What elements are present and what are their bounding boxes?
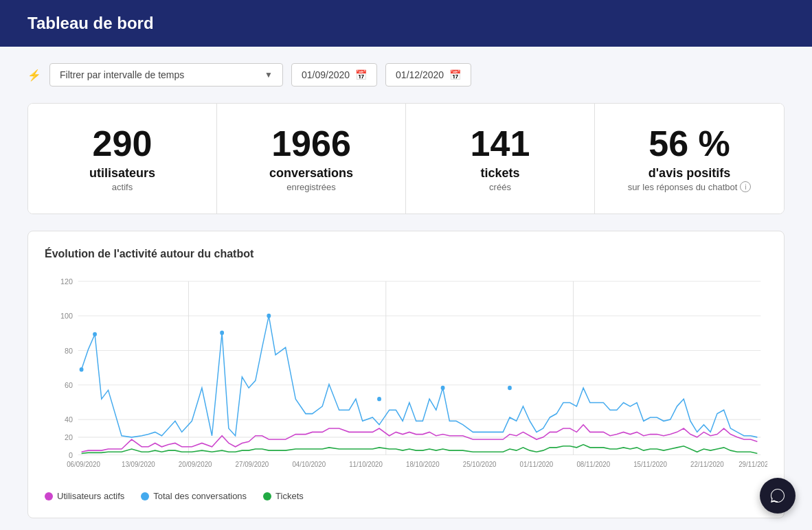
chart-area: 120 100 80 60 40 20 0 (45, 274, 767, 480)
main-content: ⚡ Filtrer par intervalle de temps ▼ 01/0… (0, 47, 812, 530)
legend-dot-tickets (263, 492, 271, 500)
svg-text:01/11/2020: 01/11/2020 (520, 460, 554, 468)
stat-tickets: 141 tickets créés (406, 104, 595, 214)
legend-label-conversations: Total des conversations (153, 491, 247, 501)
svg-text:60: 60 (65, 381, 73, 390)
time-filter-label: Filtrer par intervalle de temps (60, 69, 184, 80)
stat-conversations-number: 1966 (231, 124, 392, 163)
svg-text:25/10/2020: 25/10/2020 (463, 460, 497, 468)
stat-tickets-number: 141 (420, 124, 580, 163)
activity-chart: 120 100 80 60 40 20 0 (45, 274, 767, 480)
svg-text:40: 40 (65, 415, 73, 424)
stat-conversations-label-sub: enregistrées (231, 182, 392, 192)
filter-bar: ⚡ Filtrer par intervalle de temps ▼ 01/0… (27, 63, 785, 87)
svg-text:29/11/2020: 29/11/2020 (738, 460, 767, 468)
stat-conversations: 1966 conversations enregistrées (217, 104, 406, 214)
page-header: Tableau de bord (0, 0, 812, 47)
chart-legend: Utilisateurs actifs Total des conversati… (45, 491, 767, 501)
page-title: Tableau de bord (27, 14, 154, 32)
date-end-value: 01/12/2020 (396, 69, 444, 80)
chevron-down-icon: ▼ (264, 70, 273, 80)
legend-dot-users (45, 492, 53, 500)
svg-text:120: 120 (60, 277, 73, 286)
svg-text:20: 20 (65, 433, 73, 442)
svg-text:08/11/2020: 08/11/2020 (576, 460, 610, 468)
chat-button[interactable] (760, 478, 796, 514)
svg-point-20 (267, 314, 271, 318)
legend-tickets: Tickets (263, 491, 304, 501)
svg-text:27/09/2020: 27/09/2020 (236, 460, 269, 468)
stat-positive-reviews: 56 % d'avis positifs sur les réponses du… (595, 104, 784, 214)
time-filter-dropdown[interactable]: Filtrer par intervalle de temps ▼ (49, 63, 283, 87)
stat-users-label-main: utilisateurs (42, 166, 203, 181)
chart-container: Évolution de l'activité autour du chatbo… (27, 231, 785, 518)
svg-text:06/09/2020: 06/09/2020 (67, 460, 100, 468)
svg-point-21 (377, 397, 381, 401)
stats-grid: 290 utilisateurs actifs 1966 conversatio… (27, 103, 785, 214)
svg-text:80: 80 (65, 346, 73, 355)
legend-users-actifs: Utilisateurs actifs (45, 491, 124, 501)
stat-positive-reviews-label-sub: sur les réponses du chatbot (628, 182, 738, 192)
svg-text:0: 0 (69, 451, 73, 460)
svg-text:18/10/2020: 18/10/2020 (406, 460, 440, 468)
date-end-input[interactable]: 01/12/2020 📅 (385, 63, 471, 87)
svg-text:11/10/2020: 11/10/2020 (349, 460, 383, 468)
info-icon[interactable]: i (740, 181, 751, 192)
svg-text:100: 100 (60, 312, 73, 321)
date-start-value: 01/09/2020 (302, 69, 350, 80)
legend-conversations: Total des conversations (141, 491, 247, 501)
stat-positive-reviews-number: 56 % (609, 124, 770, 163)
svg-point-22 (441, 386, 445, 390)
svg-text:22/11/2020: 22/11/2020 (690, 460, 724, 468)
svg-point-19 (220, 331, 224, 335)
calendar-start-icon: 📅 (355, 69, 367, 80)
date-start-input[interactable]: 01/09/2020 📅 (291, 63, 377, 87)
stat-tickets-label-sub: créés (420, 182, 580, 192)
filter-icon: ⚡ (27, 69, 41, 82)
legend-dot-conversations (141, 492, 149, 500)
stat-users: 290 utilisateurs actifs (28, 104, 217, 214)
stat-users-label-sub: actifs (42, 182, 203, 192)
legend-label-users: Utilisateurs actifs (57, 491, 124, 501)
svg-point-18 (93, 332, 97, 336)
svg-text:13/09/2020: 13/09/2020 (122, 460, 155, 468)
stat-conversations-label-main: conversations (231, 166, 392, 181)
chart-title: Évolution de l'activité autour du chatbo… (45, 248, 767, 260)
stat-tickets-label-main: tickets (420, 166, 580, 181)
calendar-end-icon: 📅 (449, 69, 461, 80)
chat-icon (769, 487, 786, 504)
svg-point-23 (508, 386, 512, 390)
stat-users-number: 290 (42, 124, 203, 163)
svg-text:04/10/2020: 04/10/2020 (292, 460, 326, 468)
svg-text:20/09/2020: 20/09/2020 (179, 460, 212, 468)
stat-positive-reviews-label-main: d'avis positifs (609, 166, 770, 181)
svg-text:15/11/2020: 15/11/2020 (633, 460, 667, 468)
svg-point-17 (80, 367, 84, 371)
legend-label-tickets: Tickets (275, 491, 304, 501)
